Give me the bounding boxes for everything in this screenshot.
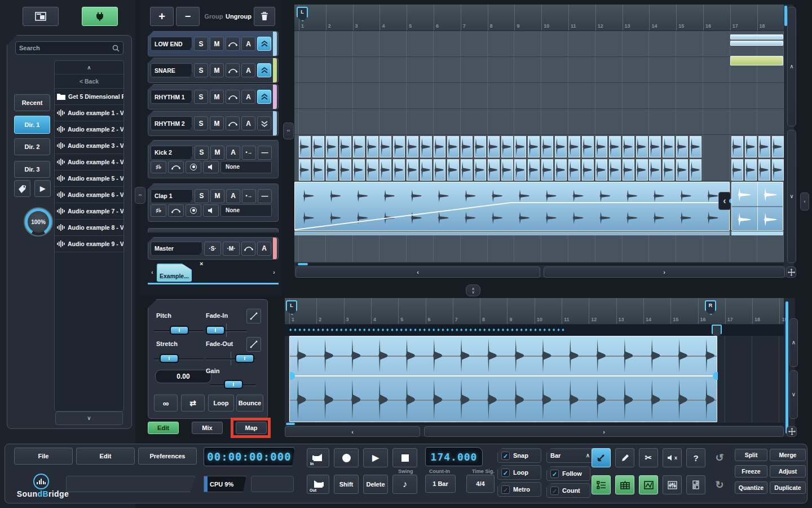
- clip-kick[interactable]: [636, 159, 648, 181]
- clip-kick[interactable]: [758, 159, 770, 181]
- collapse-chevron-button[interactable]: [257, 63, 271, 77]
- record-arm-button[interactable]: [186, 204, 201, 217]
- preview-volume-knob[interactable]: 100%: [24, 207, 53, 237]
- delete-track-button[interactable]: [254, 7, 275, 26]
- browser-item[interactable]: Audio example 6 - Vo: [55, 187, 123, 203]
- track-row-clap1[interactable]: Clap 1SMA•→—♯♭None: [148, 183, 279, 222]
- shift-button[interactable]: Shift: [334, 475, 359, 494]
- track-name[interactable]: LOW END: [151, 37, 192, 51]
- clip-kick[interactable]: [595, 159, 607, 181]
- solo-button[interactable]: S: [195, 189, 209, 203]
- track-name[interactable]: RHYTHM 2: [151, 116, 192, 130]
- arrange-collapse-handle[interactable]: ‹: [800, 192, 809, 211]
- menu-preferences-button[interactable]: Preferences: [138, 448, 197, 465]
- clip-kick[interactable]: [758, 136, 770, 157]
- editor-sample-clip[interactable]: [289, 336, 717, 422]
- mixer-view-button[interactable]: [663, 475, 682, 494]
- tag-button[interactable]: [14, 180, 30, 197]
- clip-kick[interactable]: [528, 136, 540, 157]
- trackpanel-collapse-handle[interactable]: ‹›: [283, 122, 294, 139]
- track-row-kick2[interactable]: Kick 2SMA•→—♯♭None: [148, 140, 279, 178]
- stop-button[interactable]: [392, 448, 417, 467]
- track-row-rhythm1[interactable]: RHYTHM 1SMA: [148, 84, 279, 110]
- output-routing-field[interactable]: None: [220, 161, 272, 173]
- fade-out-slider[interactable]: [206, 354, 255, 364]
- clip-kick[interactable]: [339, 159, 351, 181]
- clip-kick[interactable]: [636, 136, 648, 157]
- automation-button[interactable]: [168, 161, 184, 173]
- clip-tab-edit[interactable]: Edit: [148, 422, 179, 434]
- clip-kick[interactable]: [434, 136, 445, 157]
- arrange-track-lane[interactable]: [294, 31, 784, 57]
- master-automation-button[interactable]: [241, 242, 255, 256]
- track-name[interactable]: RHYTHM 1: [151, 90, 192, 104]
- sidebar-dir-button-dir3[interactable]: Dir. 3: [14, 161, 50, 178]
- mute-button[interactable]: M: [210, 146, 224, 160]
- checkbox-metro[interactable]: ✓Metro: [497, 482, 541, 497]
- grid-view-button[interactable]: [615, 475, 634, 494]
- undo-button[interactable]: ↺: [710, 448, 729, 467]
- clip-kick[interactable]: [339, 136, 351, 157]
- track-row-lowend[interactable]: LOW ENDSMA: [148, 31, 279, 56]
- shuffle-button[interactable]: ⇄: [181, 395, 205, 411]
- clip-kick[interactable]: [528, 159, 540, 181]
- arrange-track-lane[interactable]: [294, 83, 784, 109]
- editor-marker-strip[interactable]: ♦♦♦♦♦♦♦♦♦♦♦♦♦♦♦♦♦♦♦♦♦♦♦♦♦♦♦♦♦♦♦♦♦♦♦♦♦♦♦♦…: [285, 325, 784, 336]
- punch-in-button[interactable]: In: [307, 448, 329, 467]
- arrange-button[interactable]: A: [226, 189, 240, 203]
- clip-kick[interactable]: [353, 159, 365, 181]
- checkbox-follow[interactable]: ✓Follow: [546, 466, 590, 481]
- grid-size-dropdown[interactable]: Bar ∧: [546, 448, 594, 463]
- menu-edit-button[interactable]: Edit: [76, 448, 135, 465]
- arrange-timeline-ruler[interactable]: 123456789101112131415161718: [294, 5, 784, 31]
- mute-button[interactable]: M: [210, 90, 224, 104]
- clip-kick[interactable]: [367, 159, 378, 181]
- editor-hscroll-track[interactable]: [285, 423, 784, 425]
- arrange-track-lane[interactable]: [294, 109, 784, 135]
- layout-view-button[interactable]: [23, 7, 59, 26]
- clip-kick[interactable]: [731, 159, 743, 181]
- arrange-scroll-right-button[interactable]: ›: [544, 266, 785, 278]
- bounce-button[interactable]: Bounce: [236, 395, 263, 411]
- editor-scroll-down-button[interactable]: ∨: [789, 370, 798, 419]
- collapse-chevron-button[interactable]: [257, 90, 271, 104]
- action-freeze-button[interactable]: Freeze: [735, 465, 767, 478]
- editor-pan-button[interactable]: [787, 426, 797, 437]
- sidebar-collapse-handle[interactable]: ‹›: [135, 187, 145, 204]
- clip-kick[interactable]: [623, 159, 634, 181]
- collapse-chevron-button[interactable]: [257, 37, 271, 51]
- clip-clap-selected[interactable]: [294, 182, 730, 231]
- checkbox-loop[interactable]: ✓Loop: [497, 465, 541, 480]
- action-split-button[interactable]: Split: [735, 449, 767, 461]
- arrange-button[interactable]: A: [226, 146, 240, 160]
- clip-kick[interactable]: [407, 159, 418, 181]
- cursor-tool-button[interactable]: [592, 448, 611, 467]
- clip-snare[interactable]: [730, 56, 783, 65]
- clip-kick[interactable]: [474, 159, 486, 181]
- master-track-row[interactable]: Master ·S· ·M· A: [148, 237, 279, 260]
- arrange-pan-button[interactable]: [786, 266, 796, 278]
- mute-button[interactable]: M: [210, 116, 224, 130]
- clip-kick[interactable]: [393, 159, 405, 181]
- automation-view-button[interactable]: [639, 475, 658, 494]
- redo-button[interactable]: ↻: [710, 475, 729, 494]
- track-name[interactable]: SNARE: [151, 63, 192, 77]
- browser-item[interactable]: Audio example 8 - Vo: [55, 220, 123, 236]
- automation-button[interactable]: [226, 90, 240, 104]
- master-arrange-button[interactable]: A: [257, 242, 271, 256]
- clip-kick[interactable]: [488, 136, 500, 157]
- arrange-button[interactable]: A: [241, 90, 255, 104]
- tabs-scroll-left-button[interactable]: ‹: [148, 264, 157, 281]
- partial-track-row[interactable]: [148, 228, 279, 233]
- arrange-scroll-down-button[interactable]: ∨: [787, 130, 796, 263]
- editor-hscroll-indicator[interactable]: [286, 423, 295, 425]
- clip-kick[interactable]: [772, 136, 784, 157]
- minimize-button[interactable]: —: [258, 146, 272, 160]
- clip-kick[interactable]: [474, 136, 486, 157]
- clip-kick[interactable]: [745, 159, 757, 181]
- clip-kick[interactable]: [555, 159, 567, 181]
- sidebar-dir-button-dir2[interactable]: Dir. 2: [14, 138, 50, 155]
- clip-kick[interactable]: [731, 136, 743, 157]
- clip-kick[interactable]: [541, 159, 553, 181]
- action-quantize-button[interactable]: Quantize: [735, 481, 767, 494]
